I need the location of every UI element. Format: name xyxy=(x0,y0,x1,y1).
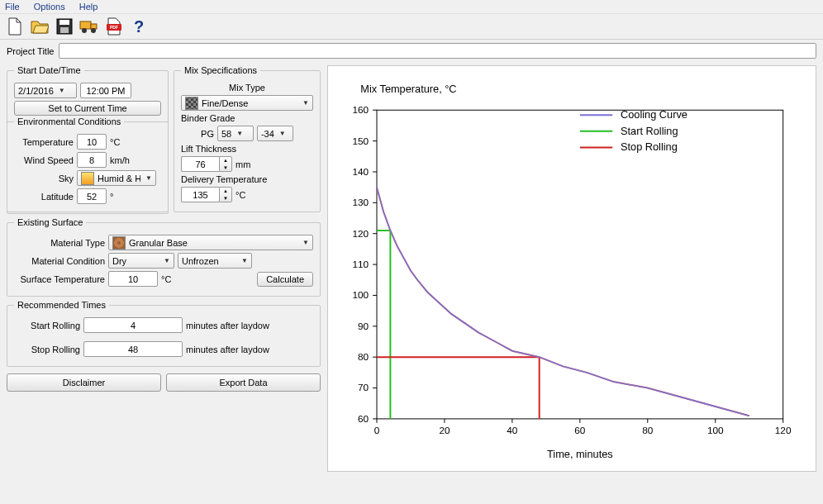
env-lat-input[interactable] xyxy=(77,188,107,204)
spinner-buttons[interactable]: ▲▼ xyxy=(219,187,232,202)
help-icon[interactable]: ? xyxy=(129,17,149,36)
svg-text:20: 20 xyxy=(439,425,450,436)
start-date-picker[interactable]: 2/1/2016 ▼ xyxy=(14,83,77,98)
toolbar: PDF ? xyxy=(0,14,823,40)
svg-text:150: 150 xyxy=(352,136,369,147)
start-date-value: 2/1/2016 xyxy=(18,86,54,96)
start-legend: Start Date/Time xyxy=(14,65,84,75)
export-data-button[interactable]: Export Data xyxy=(166,373,321,392)
binder-high-value: 58 xyxy=(221,129,231,139)
env-temp-unit: °C xyxy=(110,137,120,147)
surface-legend: Existing Surface xyxy=(14,217,86,227)
set-current-time-button[interactable]: Set to Current Time xyxy=(14,101,161,116)
mix-type-swatch-icon xyxy=(185,97,198,110)
env-lat-unit: ° xyxy=(110,192,113,202)
chevron-down-icon: ▼ xyxy=(279,130,286,137)
chevron-down-icon: ▼ xyxy=(164,257,170,264)
chevron-down-icon: ▼ xyxy=(145,174,152,182)
save-icon[interactable] xyxy=(55,17,74,36)
chevron-down-icon: ▼ xyxy=(59,87,65,94)
env-wind-label: Wind Speed xyxy=(14,155,74,165)
material-cond-label: Material Condition xyxy=(14,256,105,266)
pdf-icon[interactable]: PDF xyxy=(104,17,124,36)
new-file-icon[interactable] xyxy=(5,17,25,36)
start-time-input[interactable] xyxy=(80,83,131,98)
project-title-input[interactable] xyxy=(59,43,816,59)
material-swatch-icon xyxy=(112,236,126,250)
legend-start: Start Rolling xyxy=(621,125,678,137)
surf-temp-unit: °C xyxy=(161,274,171,284)
cooling-chart: Mix Temperature, °C 02040608010012060708… xyxy=(328,66,816,471)
env-wind-unit: km/h xyxy=(110,155,130,165)
delivery-temp-spinner[interactable]: ▲▼ xyxy=(181,187,232,202)
svg-text:100: 100 xyxy=(707,425,724,436)
rec-start-label: Start Rolling xyxy=(14,321,80,330)
env-sky-value: Humid & Hazy xyxy=(98,174,140,183)
svg-text:80: 80 xyxy=(642,425,654,436)
delivery-unit: °C xyxy=(235,190,245,200)
svg-text:120: 120 xyxy=(775,425,792,436)
mix-type-select[interactable]: Fine/Dense ▼ xyxy=(181,95,313,111)
svg-rect-1 xyxy=(59,20,69,25)
surf-temp-input[interactable] xyxy=(108,271,158,287)
chevron-down-icon: ▼ xyxy=(236,130,243,137)
svg-point-6 xyxy=(91,28,96,33)
menu-options[interactable]: Options xyxy=(34,2,65,12)
env-sky-label: Sky xyxy=(14,174,74,183)
open-file-icon[interactable] xyxy=(30,17,50,36)
cond-wet-value: Dry xyxy=(112,256,159,266)
calculate-button[interactable]: Calculate xyxy=(257,272,313,287)
lift-value-input[interactable] xyxy=(181,156,219,172)
cond-frozen-select[interactable]: Unfrozen ▼ xyxy=(178,253,252,269)
chart-xlabel: Time, minutes xyxy=(547,448,613,460)
binder-high-select[interactable]: 58 ▼ xyxy=(217,126,254,141)
rec-legend: Recommended Times xyxy=(14,300,109,310)
lift-unit: mm xyxy=(235,159,250,169)
binder-low-select[interactable]: -34 ▼ xyxy=(257,126,293,141)
truck-icon[interactable] xyxy=(79,17,99,36)
delivery-value-input[interactable] xyxy=(181,187,219,202)
svg-text:40: 40 xyxy=(507,425,518,436)
svg-text:120: 120 xyxy=(352,228,369,240)
svg-text:PDF: PDF xyxy=(110,25,118,30)
svg-text:70: 70 xyxy=(358,382,369,393)
mix-type-label: Mix Type xyxy=(229,83,265,93)
env-temp-label: Temperature xyxy=(14,137,74,147)
env-temp-input[interactable] xyxy=(77,134,107,150)
binder-label: Binder Grade xyxy=(181,113,235,123)
env-sky-select[interactable]: Humid & Hazy ▼ xyxy=(77,170,156,186)
svg-text:60: 60 xyxy=(574,425,586,436)
svg-text:90: 90 xyxy=(358,321,369,332)
svg-rect-3 xyxy=(80,21,91,29)
delivery-label: Delivery Temperature xyxy=(181,174,267,184)
chevron-down-icon: ▼ xyxy=(241,257,248,264)
svg-text:130: 130 xyxy=(352,197,369,208)
rec-start-value[interactable] xyxy=(83,317,183,333)
rec-stop-label: Stop Rolling xyxy=(14,345,80,354)
menu-file[interactable]: File xyxy=(5,2,20,12)
chevron-down-icon: ▼ xyxy=(302,99,309,107)
env-wind-input[interactable] xyxy=(77,152,107,168)
svg-text:160: 160 xyxy=(352,104,369,116)
rec-start-suffix: minutes after laydow xyxy=(186,321,269,330)
cond-wet-select[interactable]: Dry ▼ xyxy=(108,253,174,269)
menu-help[interactable]: Help xyxy=(79,2,98,12)
lift-thickness-spinner[interactable]: ▲▼ xyxy=(181,156,232,172)
material-type-value: Granular Base xyxy=(129,238,297,248)
rec-stop-value[interactable] xyxy=(83,341,183,357)
material-type-select[interactable]: Granular Base ▼ xyxy=(108,235,313,250)
disclaimer-button[interactable]: Disclaimer xyxy=(7,373,161,392)
mix-group: Mix Specifications Mix Type Fine/Dense ▼… xyxy=(174,65,321,212)
chevron-down-icon: ▼ xyxy=(302,239,309,246)
legend-cooling: Cooling Curve xyxy=(621,108,687,121)
mix-legend: Mix Specifications xyxy=(181,65,260,75)
rec-group: Recommended Times Start Rolling minutes … xyxy=(7,300,321,367)
svg-text:80: 80 xyxy=(358,351,369,363)
sky-swatch-icon xyxy=(81,172,94,185)
spinner-buttons[interactable]: ▲▼ xyxy=(219,156,232,172)
rec-stop-suffix: minutes after laydow xyxy=(186,345,269,354)
env-legend: Environmental Conditions xyxy=(14,116,124,126)
svg-text:140: 140 xyxy=(352,166,369,178)
legend-stop: Stop Rolling xyxy=(621,140,678,153)
mix-type-value: Fine/Dense xyxy=(202,98,297,108)
